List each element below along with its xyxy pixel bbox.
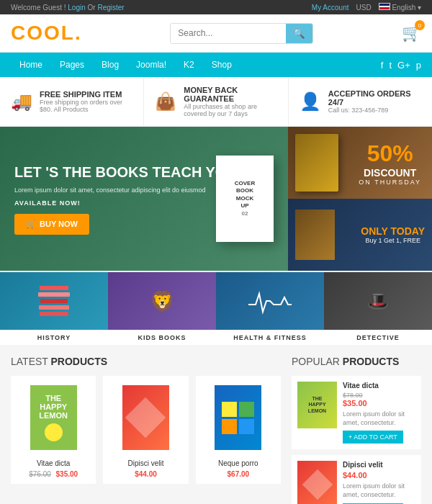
language-selector[interactable]: English ▾ — [379, 3, 421, 12]
my-account-link[interactable]: My Account — [312, 4, 349, 12]
discount-percent: 50% — [359, 140, 421, 167]
discount-day: ON THURSDAY — [359, 179, 421, 186]
product-vitae-dicta[interactable]: THE HAPPY LEMON Vitae dicta $76.00 $35.0… — [11, 376, 96, 484]
health-label: HEALTH & FITNESS — [216, 330, 324, 345]
add-to-cart-button-1[interactable]: + ADD TO CART — [343, 431, 403, 444]
popular-products: POPULAR PRODUCTS THEHAPPYLEMON Vitae dic… — [292, 356, 421, 504]
geo-cover — [215, 385, 261, 450]
history-label: HISTORY — [0, 330, 108, 345]
flag-icon — [379, 3, 390, 10]
detective-label: DETECTIVE — [324, 330, 432, 345]
money-back-desc: All purchases at shop are covered by our… — [184, 103, 276, 117]
products-section: LATEST PRODUCTS THE HAPPY LEMON Vitae di… — [0, 345, 432, 504]
hero-tagline: LET 'S THE BOOKS TEACH YOU — [14, 163, 237, 181]
product-grid: THE HAPPY LEMON Vitae dicta $76.00 $35.0… — [11, 376, 281, 484]
popular-old-price-1: $78.00 — [343, 392, 415, 399]
product-name-2: Dipisci velit — [109, 459, 182, 467]
nav-blog[interactable]: Blog — [93, 53, 127, 77]
history-image — [0, 272, 108, 330]
search-button[interactable]: 🔍 — [286, 24, 312, 43]
hero-banner: LET 'S THE BOOKS TEACH YOU Lorem ipsum d… — [0, 127, 432, 271]
only-today-banner: ONLY TODAY Buy 1 Get 1, FREE — [288, 199, 432, 271]
welcome-message: Welcome Guest ! Login Or Register — [11, 4, 125, 12]
cart-small-icon: 🛒 — [26, 220, 36, 229]
orders-icon: 👤 — [300, 91, 321, 112]
category-row: HISTORY 🦁 KIDS BOOKS HEALTH & FITNESS 🎩 … — [0, 271, 432, 345]
popular-info-1: Vitae dicta $78.00 $35.00 Lorem ipsum do… — [343, 382, 415, 444]
feature-money-back: 👜 MONEY BACK GUARANTEE All purchases at … — [144, 77, 288, 126]
nav-links: Home Pages Blog Joomla! K2 Shop — [11, 53, 240, 77]
health-image — [216, 272, 324, 330]
only-today-desc: Buy 1 Get 1, FREE — [361, 237, 425, 244]
orders-title: ACCEPTING ORDERS 24/7 — [328, 89, 421, 107]
popular-price-2: $44.00 — [343, 471, 415, 480]
discount-banner: 50% DISCOUNT ON THURSDAY — [288, 127, 432, 199]
shipping-icon: 🚚 — [11, 91, 32, 112]
popular-title-1: Vitae dicta — [343, 382, 415, 390]
product-thumb-happy: THE HAPPY LEMON — [17, 382, 90, 454]
social-links: f t G+ p — [381, 60, 421, 71]
shipping-title: FREE SHIPPING ITEM — [40, 90, 132, 99]
logo: COOL. — [11, 22, 82, 45]
header: COOL. 🔍 🛒 0 — [0, 14, 432, 53]
category-history[interactable]: HISTORY — [0, 272, 108, 345]
login-link[interactable]: Login — [68, 4, 85, 12]
orders-desc: Call us: 323-456-789 — [328, 107, 421, 114]
hero-desc: Lorem ipsum dolor sit amet, consectetur … — [14, 186, 237, 194]
pinterest-icon[interactable]: p — [416, 60, 421, 71]
buy-now-button[interactable]: 🛒 BUY NOW — [14, 214, 89, 235]
popular-item-1: THEHAPPYLEMON Vitae dicta $78.00 $35.00 … — [292, 376, 421, 449]
popular-desc-2: Lorem ipsum dolor sit amet, consectetur. — [343, 482, 415, 499]
google-plus-icon[interactable]: G+ — [397, 60, 410, 71]
detective-image: 🎩 — [324, 272, 432, 330]
feature-orders: 👤 ACCEPTING ORDERS 24/7 Call us: 323-456… — [289, 77, 432, 126]
money-back-icon: 👜 — [155, 91, 176, 112]
nav-pages[interactable]: Pages — [51, 53, 93, 77]
nav-joomla[interactable]: Joomla! — [127, 53, 175, 77]
product-name-3: Neque porro — [202, 459, 275, 467]
product-price-1: $76.00 $35.00 — [17, 470, 90, 478]
popular-info-2: Dipisci velit $44.00 Lorem ipsum dolor s… — [343, 461, 415, 504]
product-neque-porro[interactable]: Neque porro $67.00 — [196, 376, 281, 484]
navigation: Home Pages Blog Joomla! K2 Shop f t G+ p — [0, 53, 432, 77]
kids-label: KIDS BOOKS — [108, 330, 216, 345]
nav-k2[interactable]: K2 — [175, 53, 203, 77]
discount-label: DISCOUNT — [359, 167, 421, 179]
popular-thumb-1: THEHAPPYLEMON — [297, 382, 337, 428]
nav-shop[interactable]: Shop — [203, 53, 240, 77]
shapes-cover — [122, 385, 169, 450]
popular-thumb-2 — [297, 461, 337, 504]
search-input[interactable] — [171, 24, 286, 43]
popular-desc-1: Lorem ipsum dolor sit amet, consectetur. — [343, 410, 415, 427]
register-link[interactable]: Register — [97, 4, 124, 12]
popular-title-2: Dipisci velit — [343, 461, 415, 469]
cart-badge: 0 — [415, 20, 425, 30]
hero-available: AVAILABLE NOW! — [14, 199, 237, 207]
feature-shipping: 🚚 FREE SHIPPING ITEM Free shipping on or… — [0, 77, 144, 126]
hero-main: LET 'S THE BOOKS TEACH YOU Lorem ipsum d… — [0, 127, 288, 271]
happy-lemon-cover: THE HAPPY LEMON — [30, 385, 77, 450]
discount-badge: 50% DISCOUNT ON THURSDAY — [359, 140, 421, 186]
kids-image: 🦁 — [108, 272, 216, 330]
product-thumb-geo — [202, 382, 275, 454]
only-today-title: ONLY TODAY — [361, 225, 425, 237]
latest-products-title: LATEST PRODUCTS — [11, 356, 281, 367]
currency-selector[interactable]: USD — [356, 4, 372, 12]
category-detective[interactable]: 🎩 DETECTIVE — [324, 272, 432, 345]
popular-happy-cover: THEHAPPYLEMON — [297, 382, 337, 428]
top-bar: Welcome Guest ! Login Or Register My Acc… — [0, 0, 432, 14]
facebook-icon[interactable]: f — [381, 60, 384, 71]
hero-right-panel: 50% DISCOUNT ON THURSDAY ONLY TODAY Buy … — [288, 127, 432, 271]
product-price-2: $44.00 — [109, 470, 182, 478]
features-bar: 🚚 FREE SHIPPING ITEM Free shipping on or… — [0, 77, 432, 127]
category-kids-books[interactable]: 🦁 KIDS BOOKS — [108, 272, 216, 345]
popular-item-2: Dipisci velit $44.00 Lorem ipsum dolor s… — [292, 455, 421, 504]
search-bar: 🔍 — [170, 23, 313, 44]
latest-products: LATEST PRODUCTS THE HAPPY LEMON Vitae di… — [11, 356, 281, 504]
only-today-text: ONLY TODAY Buy 1 Get 1, FREE — [361, 225, 425, 244]
cart-icon[interactable]: 🛒 0 — [402, 24, 421, 42]
product-dipisci-velit[interactable]: Dipisci velit $44.00 — [103, 376, 188, 484]
twitter-icon[interactable]: t — [389, 60, 392, 71]
nav-home[interactable]: Home — [11, 53, 51, 77]
category-health-fitness[interactable]: HEALTH & FITNESS — [216, 272, 324, 345]
